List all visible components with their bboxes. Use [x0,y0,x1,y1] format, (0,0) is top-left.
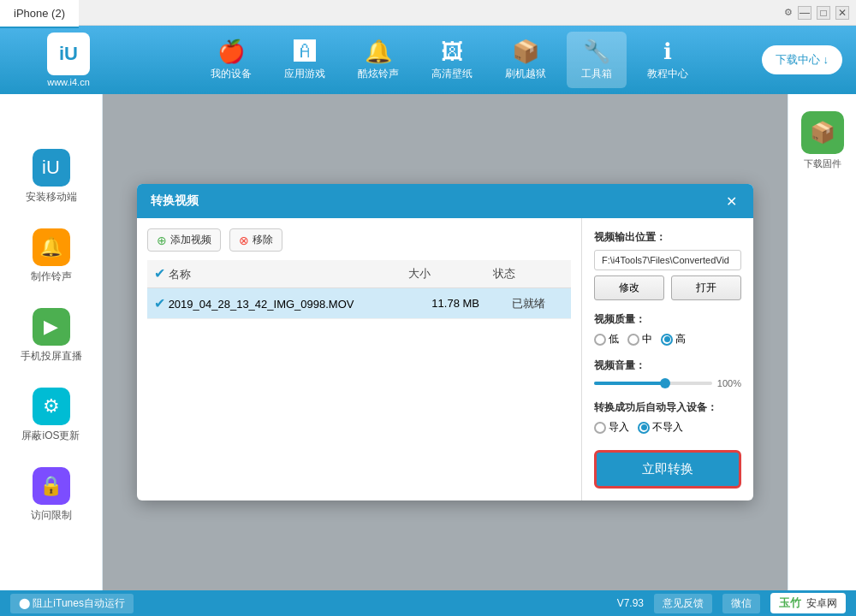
sidebar-item-screen-live[interactable]: ▶ 手机投屏直播 [0,296,102,376]
auto-import-radio-group: 导入 不导入 [594,420,741,435]
info-icon: ℹ [663,38,672,65]
nav-label-ringtones: 酷炫铃声 [358,67,399,81]
import-radio[interactable] [594,422,606,434]
status-bar-left: ⬤ 阻止iTunes自动运行 [10,594,607,613]
modal-header: 转换视频 ✕ [137,184,753,218]
nav-label-tutorials: 教程中心 [647,67,688,81]
convert-now-button[interactable]: 立即转换 [594,450,741,489]
output-location-label: 视频输出位置： [594,230,741,245]
nav-bar: 🍎 我的设备 🅰 应用游戏 🔔 酷炫铃声 🖼 高清壁纸 📦 刷机越狱 🔧 工具箱… [137,32,762,88]
no-import-option[interactable]: 不导入 [638,420,683,435]
jailbreak-icon: 📦 [512,38,539,65]
logo-icon: iU [47,33,90,75]
main-content: iPhone (2) iU 安装移动端 🔔 制作铃声 ▶ 手机投屏直播 ⚙ 屏蔽… [0,94,856,590]
quality-mid-option[interactable]: 中 [627,332,652,346]
output-location-section: 视频输出位置： F:\i4Tools7\Files\ConvertedVid 修… [594,230,741,300]
nav-item-toolbox[interactable]: 🔧 工具箱 [567,32,627,88]
nav-label-toolbox: 工具箱 [581,67,612,81]
maximize-button[interactable]: □ [817,6,830,20]
sidebar: iPhone (2) iU 安装移动端 🔔 制作铃声 ▶ 手机投屏直播 ⚙ 屏蔽… [0,94,103,590]
nav-item-wallpapers[interactable]: 🖼 高清壁纸 [419,32,484,88]
quality-radio-group: 低 中 高 [594,332,741,346]
modal-close-button[interactable]: ✕ [722,192,740,210]
logo-area: iU www.i4.cn [0,26,137,94]
sidebar-label-block-update: 屏蔽iOS更新 [21,429,80,443]
nav-item-tutorials[interactable]: ℹ 教程中心 [635,32,700,88]
no-import-radio[interactable] [638,422,650,434]
minimize-button[interactable]: — [798,6,811,20]
access-limit-icon: 🔒 [33,467,70,505]
volume-slider-thumb[interactable] [660,378,670,388]
volume-slider-fill [594,382,665,385]
ringtone-icon: 🔔 [33,228,70,266]
nav-item-my-device[interactable]: 🍎 我的设备 [199,32,264,88]
nav-label-wallpapers: 高清壁纸 [431,67,473,81]
watermark-green-text: 玉竹 [779,595,801,611]
wallpaper-icon: 🖼 [441,38,463,65]
sidebar-item-block-update[interactable]: ⚙ 屏蔽iOS更新 [0,376,102,455]
import-option[interactable]: 导入 [594,420,629,435]
file-name: 2019_04_28_13_42_IMG_0998.MOV [169,298,354,311]
watermark-area: 玉竹 安卓网 [770,593,846,613]
volume-value-label: 100% [717,378,741,388]
col-header-size: 大小 [401,260,486,288]
device-tab[interactable]: iPhone (2) [0,0,79,28]
settings-icon[interactable]: ⚙ [784,7,793,18]
watermark-suffix-text: 安卓网 [806,596,837,611]
remove-video-label: 移除 [253,233,273,247]
open-path-button[interactable]: 打开 [671,275,741,300]
quality-high-option[interactable]: 高 [661,332,686,346]
quality-high-radio[interactable] [661,334,673,346]
feedback-button[interactable]: 意见反馈 [654,594,712,613]
remove-video-button[interactable]: ⊗ 移除 [229,228,282,252]
quality-mid-radio[interactable] [627,334,639,346]
col-header-status: 状态 [486,260,571,288]
download-center-button[interactable]: 下载中心 ↓ [762,45,842,74]
sidebar-item-ringtone[interactable]: 🔔 制作铃声 [0,216,102,296]
header: iU www.i4.cn 🍎 我的设备 🅰 应用游戏 🔔 酷炫铃声 🖼 高清壁纸… [0,26,856,94]
nav-item-ringtones[interactable]: 🔔 酷炫铃声 [346,32,411,88]
modal-left-panel: ⊕ 添加视频 ⊗ 移除 [137,218,582,500]
table-row[interactable]: ✔ 2019_04_28_13_42_IMG_0998.MOV 11.78 MB… [147,288,571,319]
block-itunes-button[interactable]: ⬤ 阻止iTunes自动运行 [10,594,134,613]
modal-body: ⊕ 添加视频 ⊗ 移除 [137,218,753,500]
sidebar-label-install-app: 安装移动端 [26,190,77,204]
status-bar: ⬤ 阻止iTunes自动运行 V7.93 意见反馈 微信 玉竹 安卓网 [0,590,856,616]
wechat-button[interactable]: 微信 [722,594,760,613]
modal-toolbar: ⊕ 添加视频 ⊗ 移除 [147,228,571,252]
quality-high-label: 高 [675,332,686,346]
sidebar-item-access-limit[interactable]: 🔒 访问限制 [0,455,102,535]
nav-label-apps-games: 应用游戏 [284,67,325,81]
sidebar-label-access-limit: 访问限制 [31,508,72,523]
output-path-display: F:\i4Tools7\Files\ConvertedVid [594,250,741,270]
col-header-name: ✔ 名称 [147,260,401,288]
video-quality-section: 视频质量： 低 中 [594,312,741,346]
sidebar-label-ringtone: 制作铃声 [31,270,72,284]
nav-label-jailbreak: 刷机越狱 [505,67,546,81]
modal-title: 转换视频 [151,193,199,209]
nav-item-apps-games[interactable]: 🅰 应用游戏 [272,32,337,88]
download-firmware-icon[interactable]: 📦 [801,111,844,154]
volume-slider-track[interactable] [594,382,712,385]
header-checkbox[interactable]: ✔ [154,266,165,281]
volume-label: 视频音量： [594,358,741,373]
quality-low-option[interactable]: 低 [594,332,619,346]
sidebar-label-screen-live: 手机投屏直播 [21,349,82,364]
remove-icon: ⊗ [239,234,249,247]
logo-subtitle: www.i4.cn [47,77,90,87]
nav-item-jailbreak[interactable]: 📦 刷机越狱 [493,32,558,88]
add-video-button[interactable]: ⊕ 添加视频 [147,228,221,252]
auto-import-section: 转换成功后自动导入设备： 导入 不导入 [594,400,741,435]
right-sidebar: 📦 下载固件 [788,94,856,590]
video-volume-section: 视频音量： 100% [594,358,741,388]
modify-path-button[interactable]: 修改 [594,275,664,300]
quality-low-radio[interactable] [594,334,606,346]
row-checkbox[interactable]: ✔ [154,296,165,311]
sidebar-item-install-app[interactable]: iU 安装移动端 [0,137,102,216]
block-update-icon: ⚙ [33,388,70,425]
convert-video-modal: 转换视频 ✕ ⊕ 添加视频 ⊗ [137,184,753,500]
modal-right-panel: 视频输出位置： F:\i4Tools7\Files\ConvertedVid 修… [582,218,753,500]
add-video-label: 添加视频 [170,233,211,247]
toolbox-icon: 🔧 [583,38,610,65]
close-button[interactable]: ✕ [835,6,849,20]
